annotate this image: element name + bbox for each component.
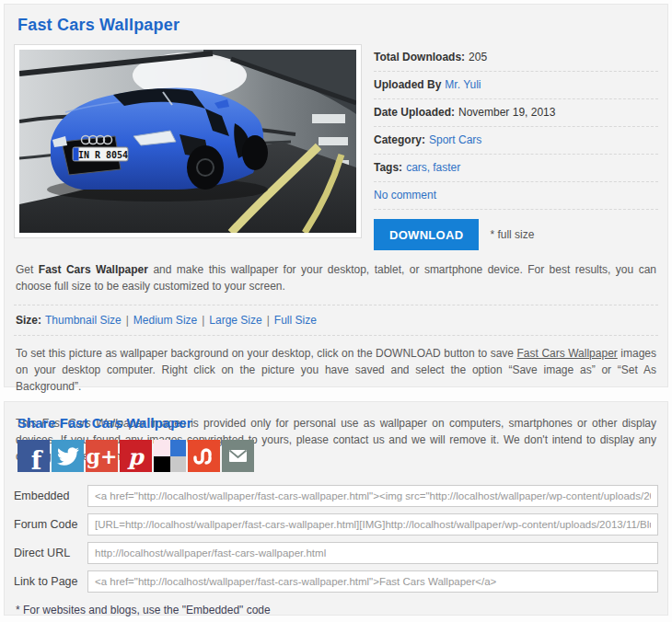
forum-code-input[interactable]: [87, 513, 658, 536]
category-link[interactable]: Sport Cars: [429, 133, 481, 146]
delicious-icon: [154, 440, 186, 472]
google-plus-icon: g+: [87, 444, 118, 468]
car-tunnel-illustration: IN R 8054: [19, 50, 356, 233]
link-to-page-input[interactable]: [87, 570, 658, 593]
wallpaper-preview-image[interactable]: IN R 8054: [14, 44, 362, 238]
embedded-code-row: Embedded: [14, 485, 658, 507]
email-envelope-icon: [222, 440, 254, 472]
meta-uploaded-by: Uploaded ByMr. Yuli: [374, 72, 658, 99]
tag-link[interactable]: faster: [433, 161, 460, 174]
size-links-row: Size:Thumbnail Size|Medium Size|Large Si…: [14, 305, 658, 336]
description-text: Get: [16, 263, 39, 276]
full-size-note: * full size: [490, 228, 534, 241]
instructions-text: To set this picture as wallpaper backgro…: [16, 347, 517, 360]
no-comment-link[interactable]: No comment: [374, 189, 436, 202]
link-to-page-row: Link to Page: [14, 570, 658, 593]
google-plus-share-button[interactable]: g+: [86, 440, 118, 472]
top-row: IN R 8054 Total Downloads:205 Uploaded B…: [14, 44, 658, 250]
direct-url-input[interactable]: [87, 542, 658, 564]
stumbleupon-share-button[interactable]: [188, 440, 220, 472]
email-share-button[interactable]: [222, 440, 254, 472]
wallpaper-text-link[interactable]: Fast Cars Wallpaper: [517, 347, 618, 360]
facebook-icon: f: [31, 446, 42, 472]
download-button[interactable]: DOWNLOAD: [374, 219, 479, 250]
twitter-bird-icon: [57, 445, 79, 467]
svg-text:IN R 8054: IN R 8054: [78, 150, 128, 160]
description-bold: Fast Cars Wallpaper: [39, 263, 148, 276]
meta-value: 205: [469, 51, 487, 63]
meta-label: Tags:: [374, 161, 402, 174]
delicious-share-button[interactable]: [154, 440, 186, 472]
size-link-thumbnail[interactable]: Thumbnail Size: [45, 314, 122, 327]
meta-label: Uploaded By: [374, 78, 441, 91]
meta-total-downloads: Total Downloads:205: [374, 44, 658, 72]
meta-label: Total Downloads:: [374, 51, 465, 63]
size-separator: |: [202, 314, 204, 327]
embedded-label: Embedded: [14, 490, 87, 502]
size-link-large[interactable]: Large Size: [209, 314, 261, 327]
tag-link[interactable]: cars: [406, 161, 427, 174]
size-link-medium[interactable]: Medium Size: [133, 314, 197, 327]
meta-date-uploaded: Date Uploaded:November 19, 2013: [374, 99, 658, 127]
twitter-share-button[interactable]: [52, 440, 84, 472]
instructions-paragraph: To set this picture as wallpaper backgro…: [14, 336, 658, 406]
meta-label: Date Uploaded:: [374, 106, 455, 119]
meta-comments: No comment: [374, 182, 658, 210]
wallpaper-detail-panel: Fast Cars Wallpaper: [4, 4, 668, 387]
embedded-code-input[interactable]: [87, 485, 658, 507]
size-separator: |: [267, 314, 270, 327]
facebook-share-button[interactable]: f: [17, 440, 50, 472]
size-label: Size:: [16, 314, 41, 327]
forum-code-row: Forum Code: [14, 513, 658, 536]
page-title: Fast Cars Wallpaper: [17, 16, 658, 35]
direct-url-row: Direct URL: [14, 542, 658, 564]
tag-separator: ,: [427, 161, 430, 174]
license-plate: IN R 8054: [73, 147, 128, 161]
link-to-page-label: Link to Page: [14, 575, 87, 588]
download-row: DOWNLOAD * full size: [374, 210, 658, 250]
pinterest-share-button[interactable]: p: [120, 440, 152, 472]
meta-tags: Tags:cars,faster: [374, 155, 658, 182]
description-paragraph: Get Fast Cars Wallpaper and make this wa…: [14, 250, 658, 305]
meta-category: Category:Sport Cars: [374, 127, 658, 155]
uploader-link[interactable]: Mr. Yuli: [445, 78, 481, 91]
embed-usage-note: * For websites and blogs, use the "Embed…: [16, 604, 658, 616]
wallpaper-meta: Total Downloads:205 Uploaded ByMr. Yuli …: [374, 44, 658, 250]
stumbleupon-icon: [192, 445, 216, 467]
pinterest-icon: p: [128, 443, 144, 470]
meta-value: November 19, 2013: [458, 106, 555, 119]
direct-url-label: Direct URL: [14, 547, 87, 559]
size-link-full[interactable]: Full Size: [274, 314, 317, 327]
size-separator: |: [126, 314, 129, 327]
meta-label: Category:: [374, 133, 425, 146]
forum-code-label: Forum Code: [14, 518, 87, 531]
